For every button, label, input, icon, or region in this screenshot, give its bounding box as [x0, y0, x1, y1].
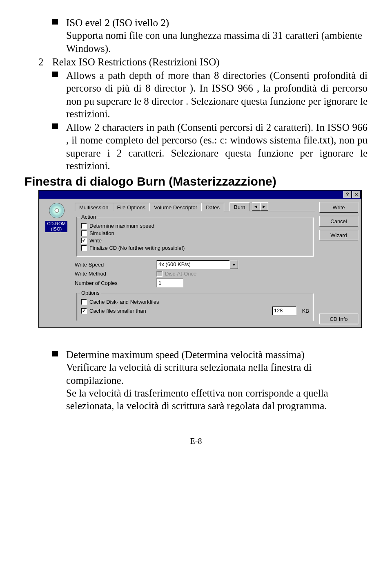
checkbox-write-method [156, 271, 163, 277]
wizard-button[interactable]: Wizard [319, 230, 358, 240]
write-button[interactable]: Write [319, 202, 358, 213]
checkbox-cache-small[interactable]: ✔ [81, 308, 87, 314]
checkbox-label: Cache files smaller than [89, 308, 146, 314]
bullet-icon [52, 72, 58, 77]
cdinfo-button[interactable]: CD Info [319, 314, 358, 324]
tab-scroll-left[interactable]: ◄ [252, 202, 260, 211]
bullet-icon [52, 19, 58, 25]
write-cd-dialog: ? × CD-ROM (ISO) Multisession File Optio… [38, 190, 362, 328]
checkbox-simulation[interactable] [81, 230, 87, 236]
checkbox-max-speed[interactable] [81, 223, 87, 229]
checkbox-label: Finalize CD (No further writing possible… [89, 245, 185, 251]
list-number: 2 [38, 56, 52, 68]
write-speed-combo[interactable]: 4x (600 KB/s) ▼ [156, 260, 238, 269]
group-options: Options Cache Disk- and Networkfiles ✔ C… [76, 293, 314, 321]
help-button[interactable]: ? [343, 191, 352, 198]
tab-strip: Multisession File Options Volume Descrip… [75, 202, 315, 211]
chevron-down-icon[interactable]: ▼ [230, 260, 238, 269]
cdrom-icon [47, 202, 66, 219]
tab-scroll-right[interactable]: ► [260, 202, 268, 211]
checkbox-label: Cache Disk- and Networkfiles [89, 299, 159, 305]
group-action: Action Determine maximum speed Simulatio… [76, 217, 314, 257]
text: ISO evel 2 (ISO ivello 2) [66, 17, 169, 28]
list-item: ISO evel 2 (ISO ivello 2) Supporta nomi … [66, 16, 368, 55]
text: Verificare la velocità di scrittura sele… [66, 362, 312, 385]
checkbox-finalize[interactable] [81, 245, 87, 251]
page-number: E-8 [24, 437, 368, 446]
label-copies: Number of Copies [75, 280, 156, 286]
text: Supporta nomi file con una lunghezza mas… [66, 30, 362, 54]
list-item: Allow 2 characters in path (Consenti per… [66, 121, 368, 172]
titlebar: ? × [39, 190, 361, 199]
write-method-value: Disc-At-Once [165, 271, 196, 277]
checkbox-cache-disk[interactable] [81, 299, 87, 305]
checkbox-label: Determine maximum speed [89, 223, 154, 229]
tab-file-options[interactable]: File Options [113, 203, 150, 211]
text: Relax ISO Restrictions (Restrizioni ISO) [52, 56, 220, 67]
kb-label: KB [302, 308, 309, 314]
combo-value: 4x (600 KB/s) [156, 260, 230, 269]
group-label: Options [80, 290, 101, 296]
label-write-method: Write Method [75, 271, 156, 277]
text: Determine maximum speed (Determina veloc… [66, 349, 305, 360]
close-button[interactable]: × [352, 191, 361, 198]
tab-burn[interactable]: Burn [229, 202, 249, 211]
list-item: Allows a path depth of more than 8 direc… [66, 69, 368, 120]
list-item: Determine maximum speed (Determina veloc… [66, 348, 368, 412]
section-heading: Finestra di dialogo Burn (Masterizzazzio… [24, 175, 368, 188]
label-write-speed: Write Speed [75, 262, 156, 268]
tab-volume-descriptor[interactable]: Volume Descriptor [149, 203, 202, 211]
bullet-icon [52, 351, 58, 356]
bullet-icon [52, 123, 58, 129]
cache-kb-input[interactable]: 128 [272, 306, 296, 315]
copies-input[interactable]: 1 [156, 278, 183, 287]
checkbox-write[interactable]: ✔ [81, 238, 87, 244]
cancel-button[interactable]: Cancel [319, 216, 358, 226]
tab-multisession[interactable]: Multisession [75, 203, 113, 211]
text: Se la velocità di trasferimento effettiv… [66, 388, 328, 411]
checkbox-label: Simulation [89, 230, 114, 236]
tab-dates[interactable]: Dates [201, 203, 224, 211]
checkbox-label: Write [89, 238, 102, 244]
group-label: Action [80, 214, 97, 220]
icon-label: CD-ROM (ISO) [45, 221, 67, 232]
